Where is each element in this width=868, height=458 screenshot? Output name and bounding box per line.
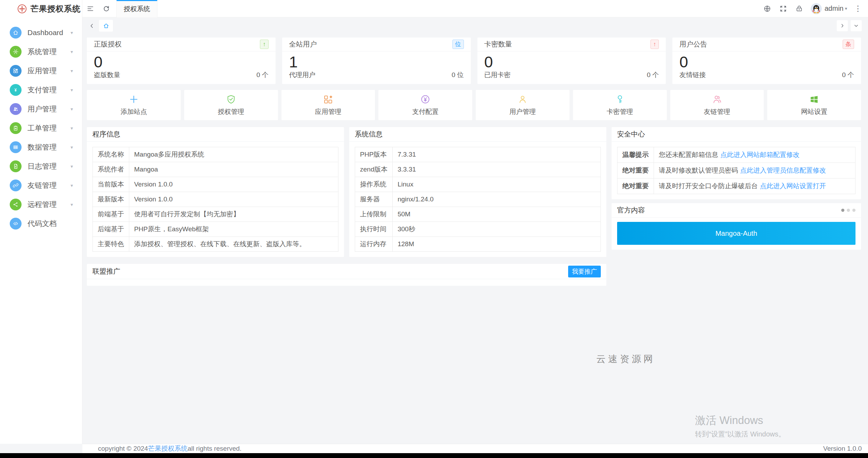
chevron-down-icon: ▾ [71,30,73,35]
stat-value: 0 [477,51,666,71]
action-app-manage[interactable]: 应用管理 [281,90,375,120]
refresh-icon[interactable] [98,0,114,17]
sidebar-nav: Dashboard ▾ 系统管理 ▾ 应用管理 ▾ [0,17,82,233]
sidebar-item-users[interactable]: 用户管理 ▾ [0,99,82,118]
fullscreen-icon[interactable] [775,0,791,17]
table-row: 操作系统Linux [355,177,601,192]
share-icon [10,199,22,210]
action-label: 网站设置 [801,107,827,116]
plus-icon [129,94,139,105]
security-text: 您还未配置邮箱信息 [659,151,718,158]
key-icon [615,94,625,105]
copyright-link[interactable]: 芒果授权系统 [148,444,188,453]
tabs-scroll-right-icon[interactable] [837,20,848,31]
user-menu[interactable]: admin ▾ [825,5,847,13]
stat-value: 0 [672,51,861,71]
sidebar-toggle-icon[interactable] [82,0,98,17]
sidebar-item-system[interactable]: 系统管理 ▾ [0,42,82,61]
action-license-manage[interactable]: 授权管理 [184,90,278,120]
sidebar-item-label: 支付管理 [27,85,71,95]
lock-icon[interactable] [791,0,807,17]
table-row: 最新版本Version 1.0.0 [93,192,338,207]
sidebar-item-tickets[interactable]: 工单管理 ▾ [0,118,82,138]
stat-card-users: 全站用户 位 1 代理用户 0 位 [282,38,471,84]
stat-foot-label: 盗版数量 [94,70,120,80]
stats-row: 正版授权 ↑ 0 盗版数量 0 个 全站用户 位 1 [87,38,861,84]
sidebar-item-remote[interactable]: 远程管理 ▾ [0,195,82,214]
tab-navigation-row [82,17,868,34]
stat-badge: 条 [843,40,854,49]
database-icon [10,141,22,153]
carousel-dots [841,209,855,212]
dashboard-content: 正版授权 ↑ 0 盗版数量 0 个 全站用户 位 1 [82,34,868,444]
action-add-site[interactable]: 添加站点 [87,90,181,120]
action-site-settings[interactable]: 网站设置 [767,90,861,120]
security-table: 温馨提示 您还未配置邮箱信息点此进入网站邮箱配置修改 绝对重要 请及时修改默认管… [617,147,855,194]
table-row: 绝对重要 请及时打开安全口令防止爆破后台点此进入网站设置打开 [617,178,855,194]
carousel-dot[interactable] [841,209,844,212]
action-card-manage[interactable]: 卡密管理 [573,90,667,120]
sidebar-item-docs[interactable]: 代码文档 [0,214,82,233]
gear-icon [10,46,22,58]
chevron-down-icon: ▾ [71,106,73,112]
username: admin [825,5,843,13]
carousel-dot[interactable] [852,209,855,212]
link-icon [10,180,22,191]
sidebar-item-label: 用户管理 [27,104,71,114]
table-row: 执行时间300秒 [355,222,601,237]
stat-foot-label: 代理用户 [289,70,316,80]
security-link[interactable]: 点此进入管理员信息配置修改 [740,167,826,174]
system-info-table: PHP版本7.3.31 zend版本3.3.31 操作系统Linux 服务器ng… [355,147,601,252]
stat-badge: 位 [452,40,464,49]
promote-button[interactable]: 我要推广 [568,266,601,277]
tabs-menu-icon[interactable] [851,20,862,31]
program-info-table: 系统名称Mangoa多应用授权系统 系统作者Mangoa 当前版本Version… [92,147,338,252]
security-text: 请及时修改默认管理员密码 [659,167,738,174]
tab-label: 授权系统 [124,5,150,14]
carousel-dot[interactable] [847,209,850,212]
copyright-text: copyright © 2024 [98,445,148,452]
sidebar: 芒果授权系统 Dashboard ▾ 系统管理 ▾ 应 [0,0,82,444]
sidebar-item-dashboard[interactable]: Dashboard ▾ [0,23,82,42]
security-link[interactable]: 点此进入网站邮箱配置修改 [720,151,800,158]
chevron-down-icon: ▾ [71,87,73,93]
action-friend-links[interactable]: 友链管理 [670,90,764,120]
home-icon [103,23,109,29]
tabs-scroll-left-icon[interactable] [87,20,96,31]
security-link[interactable]: 点此进入网站设置打开 [760,182,826,190]
tab-home[interactable] [99,20,113,32]
version-label: Version 1.0.0 [823,445,862,452]
apps-icon [10,65,22,77]
system-info-panel: 系统信息 PHP版本7.3.31 zend版本3.3.31 操作系统Linux … [349,127,606,257]
sidebar-item-label: 应用管理 [27,66,71,76]
language-globe-icon[interactable] [759,0,775,17]
shield-check-icon [226,94,236,105]
avatar[interactable] [811,3,822,14]
sidebar-item-label: 远程管理 [27,200,71,209]
sidebar-item-payment[interactable]: 支付管理 ▾ [0,80,82,99]
official-banner[interactable]: Mangoa-Auth [617,222,855,245]
table-row: 前端基于使用者可自行开发定制【均无加密】 [93,207,338,222]
tab-auth-system[interactable]: 授权系统 [116,0,157,17]
windows-icon [809,94,819,105]
action-user-manage[interactable]: 用户管理 [476,90,570,120]
sidebar-item-data[interactable]: 数据管理 ▾ [0,138,82,157]
table-row: 上传限制50M [355,207,601,222]
stat-value: 0 [87,51,276,71]
panel-title: 联盟推广 [92,267,120,276]
action-payment-config[interactable]: 支付配置 [378,90,472,120]
sidebar-item-apps[interactable]: 应用管理 ▾ [0,61,82,80]
table-row: 服务器nginx/1.24.0 [355,192,601,207]
copyright-text: all rights reserved. [188,445,241,452]
sidebar-item-logs[interactable]: 日志管理 ▾ [0,157,82,176]
panel-title: 程序信息 [87,127,344,142]
action-label: 授权管理 [218,107,244,116]
table-row: 后端基于PHP原生，EasyWeb框架 [93,222,338,237]
app-screen: 芒果授权系统 Dashboard ▾ 系统管理 ▾ 应 [0,0,868,458]
action-label: 添加站点 [121,107,147,116]
yen-circle-icon [420,94,431,105]
stat-foot-label: 已用卡密 [484,70,511,80]
logo: 芒果授权系统 [0,0,82,17]
sidebar-item-links[interactable]: 友链管理 ▾ [0,176,82,195]
more-menu-icon[interactable]: ⋮ [847,4,868,13]
